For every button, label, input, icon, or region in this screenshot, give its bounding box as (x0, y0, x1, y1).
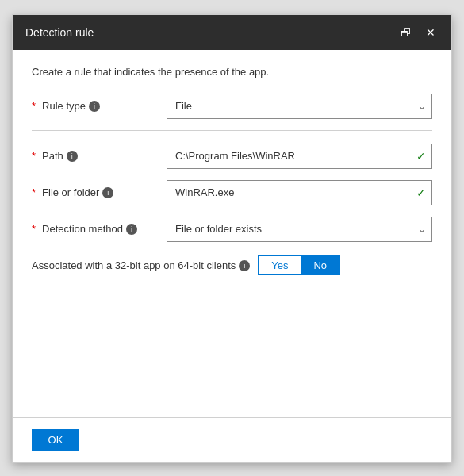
required-star-rule-type: * (32, 100, 36, 112)
path-info-icon[interactable]: i (67, 151, 78, 162)
rule-type-select[interactable]: File Registry MSI product code Script (167, 94, 432, 119)
detection-method-row: * Detection method i File or folder exis… (32, 217, 432, 242)
dialog-title: Detection rule (25, 26, 94, 39)
rule-type-label-text: Rule type (42, 100, 86, 112)
associated-32bit-label-text: Associated with a 32-bit app on 64-bit c… (32, 259, 236, 271)
rule-type-label: * Rule type i (32, 100, 167, 112)
path-row: * Path i ✓ (32, 144, 432, 169)
path-control-wrapper: ✓ (167, 144, 432, 169)
associated-32bit-row: Associated with a 32-bit app on 64-bit c… (32, 253, 432, 278)
path-label: * Path i (32, 150, 167, 162)
associated-32bit-label: Associated with a 32-bit app on 64-bit c… (32, 259, 250, 271)
path-input[interactable] (167, 144, 432, 169)
restore-button[interactable]: 🗗 (397, 25, 415, 40)
dialog-content: Create a rule that indicates the presenc… (13, 50, 451, 417)
path-input-wrapper: ✓ (167, 144, 432, 169)
associated-32bit-no-button[interactable]: No (301, 256, 339, 274)
detection-method-label: * Detection method i (32, 223, 167, 235)
close-button[interactable]: ✕ (423, 25, 439, 40)
detection-method-select[interactable]: File or folder exists Date modified Date… (167, 217, 432, 242)
associated-32bit-yes-button[interactable]: Yes (259, 256, 301, 274)
path-label-text: Path (42, 150, 63, 162)
title-bar-controls: 🗗 ✕ (397, 25, 439, 40)
divider (32, 130, 432, 131)
required-star-file: * (32, 186, 36, 198)
detection-rule-dialog: Detection rule 🗗 ✕ Create a rule that in… (12, 14, 452, 463)
detection-method-label-text: Detection method (42, 223, 123, 235)
file-or-folder-info-icon[interactable]: i (102, 187, 113, 198)
rule-type-info-icon[interactable]: i (89, 101, 100, 112)
required-star-path: * (32, 150, 36, 162)
file-or-folder-input[interactable] (167, 180, 432, 205)
detection-method-control-wrapper: File or folder exists Date modified Date… (167, 217, 432, 242)
dialog-footer: OK (13, 417, 451, 462)
file-or-folder-input-wrapper: ✓ (167, 180, 432, 205)
ok-button[interactable]: OK (32, 429, 79, 451)
rule-type-select-wrapper: File Registry MSI product code Script ⌄ (167, 94, 432, 119)
associated-32bit-info-icon[interactable]: i (239, 260, 250, 271)
file-or-folder-control-wrapper: ✓ (167, 180, 432, 205)
file-or-folder-label: * File or folder i (32, 186, 167, 198)
file-or-folder-label-text: File or folder (42, 186, 99, 198)
subtitle-text: Create a rule that indicates the presenc… (32, 66, 432, 78)
rule-type-row: * Rule type i File Registry MSI product … (32, 94, 432, 119)
file-or-folder-row: * File or folder i ✓ (32, 180, 432, 205)
title-bar: Detection rule 🗗 ✕ (13, 15, 451, 50)
detection-method-info-icon[interactable]: i (126, 224, 137, 235)
rule-type-control-wrapper: File Registry MSI product code Script ⌄ (167, 94, 432, 119)
detection-method-select-wrapper: File or folder exists Date modified Date… (167, 217, 432, 242)
required-star-detection: * (32, 223, 36, 235)
associated-32bit-toggle-group: Yes No (258, 255, 340, 275)
